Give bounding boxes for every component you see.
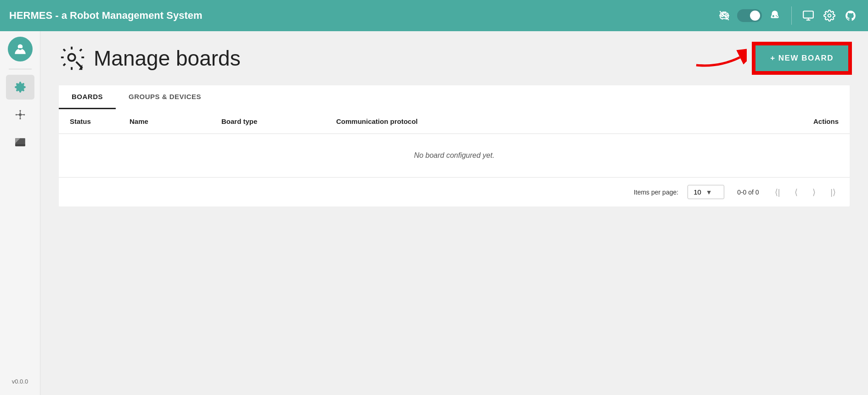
app-title: HERMES - a Robot Management System — [9, 10, 716, 22]
sidebar-divider — [9, 69, 32, 69]
col-actions: Actions — [756, 117, 839, 125]
items-per-page-label: Items per page: — [634, 189, 678, 196]
toggle-switch[interactable] — [737, 9, 762, 22]
sidebar: v0.0.0 — [0, 31, 40, 395]
svg-point-16 — [19, 114, 21, 116]
col-comm-protocol: Communication protocol — [336, 117, 756, 125]
table-header: Status Name Board type Communication pro… — [59, 109, 850, 134]
navbar: HERMES - a Robot Management System — [0, 0, 868, 31]
svg-point-21 — [19, 110, 21, 111]
manage-boards-page-icon — [59, 45, 86, 72]
col-name: Name — [130, 117, 221, 125]
navbar-icons — [716, 6, 859, 25]
settings-icon[interactable] — [821, 7, 838, 24]
tab-groups-devices[interactable]: GROUPS & DEVICES — [116, 85, 214, 109]
svg-point-24 — [23, 114, 25, 115]
table-panel: BOARDS GROUPS & DEVICES Status Name Boar… — [59, 85, 850, 206]
main-layout: v0.0.0 Manage boards — [0, 31, 868, 395]
table-empty-message: No board configured yet. — [59, 134, 850, 178]
svg-point-22 — [19, 118, 21, 119]
svg-point-9 — [777, 16, 778, 17]
tab-boards[interactable]: BOARDS — [59, 85, 116, 109]
page-title: Manage boards — [94, 46, 241, 71]
content-area: Manage boards + NEW BOARD BOARDS — [40, 31, 868, 395]
chevron-down-icon: ▼ — [706, 189, 712, 196]
sidebar-item-manage-boards[interactable] — [6, 75, 34, 100]
sidebar-item-joystick[interactable] — [6, 102, 34, 127]
navbar-divider — [791, 6, 792, 25]
last-page-button[interactable]: |⟩ — [828, 185, 839, 199]
svg-rect-26 — [15, 144, 25, 146]
pagination-info: 0-0 of 0 — [737, 189, 759, 196]
svg-rect-10 — [803, 11, 813, 18]
svg-point-23 — [15, 114, 17, 115]
toggle-knob — [750, 11, 760, 21]
col-status: Status — [70, 117, 130, 125]
svg-point-28 — [68, 54, 75, 61]
items-per-page-select[interactable]: 10 ▼ — [688, 185, 724, 199]
new-board-button[interactable]: + NEW BOARD — [754, 44, 850, 72]
first-page-button[interactable]: ⟨| — [772, 185, 783, 199]
page-title-area: Manage boards — [59, 45, 241, 72]
gamepad-icon[interactable] — [767, 7, 783, 24]
arrow-annotation — [692, 45, 747, 72]
table-footer: Items per page: 10 ▼ 0-0 of 0 ⟨| ⟨ ⟩ |⟩ — [59, 178, 850, 206]
items-per-page-value: 10 — [693, 188, 701, 196]
next-page-button[interactable]: ⟩ — [810, 185, 818, 199]
robot-mask-icon[interactable] — [716, 7, 733, 24]
github-icon[interactable] — [842, 7, 859, 24]
col-board-type: Board type — [221, 117, 336, 125]
tabs: BOARDS GROUPS & DEVICES — [59, 85, 850, 109]
prev-page-button[interactable]: ⟨ — [792, 185, 800, 199]
annotation-area: + NEW BOARD — [692, 44, 850, 72]
version-label: v0.0.0 — [12, 378, 28, 389]
page-header: Manage boards + NEW BOARD — [59, 44, 850, 72]
avatar[interactable] — [8, 37, 33, 61]
monitor-icon[interactable] — [800, 7, 817, 24]
sidebar-item-scenes[interactable] — [6, 130, 34, 155]
svg-point-8 — [776, 15, 777, 16]
svg-point-13 — [828, 14, 831, 17]
